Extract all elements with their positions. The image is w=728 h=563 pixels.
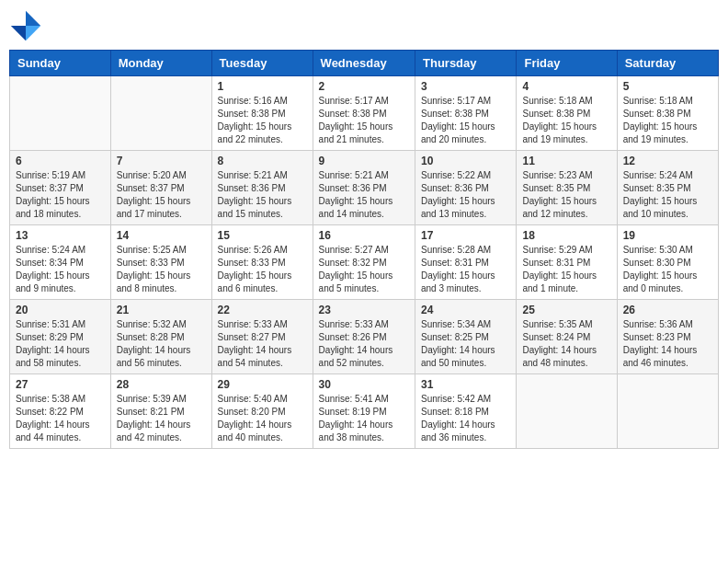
day-info: Sunrise: 5:33 AM Sunset: 8:27 PM Dayligh… <box>218 318 307 370</box>
day-number: 30 <box>319 378 409 391</box>
calendar-cell: 12Sunrise: 5:24 AM Sunset: 8:35 PM Dayli… <box>617 151 718 225</box>
calendar-cell: 6Sunrise: 5:19 AM Sunset: 8:37 PM Daylig… <box>10 151 111 225</box>
calendar-cell: 25Sunrise: 5:35 AM Sunset: 8:24 PM Dayli… <box>517 300 617 374</box>
day-info: Sunrise: 5:42 AM Sunset: 8:18 PM Dayligh… <box>421 393 510 444</box>
calendar-cell <box>110 76 211 151</box>
day-number: 6 <box>16 155 105 167</box>
day-info: Sunrise: 5:20 AM Sunset: 8:37 PM Dayligh… <box>117 169 206 221</box>
day-number: 15 <box>218 229 307 242</box>
day-number: 21 <box>117 304 206 316</box>
day-number: 28 <box>117 378 206 391</box>
calendar-cell <box>517 374 617 449</box>
calendar-cell: 9Sunrise: 5:21 AM Sunset: 8:36 PM Daylig… <box>313 151 415 225</box>
logo <box>9 9 46 42</box>
day-info: Sunrise: 5:38 AM Sunset: 8:22 PM Dayligh… <box>16 393 105 444</box>
day-info: Sunrise: 5:17 AM Sunset: 8:38 PM Dayligh… <box>421 95 510 146</box>
day-number: 25 <box>522 304 610 316</box>
calendar-cell: 7Sunrise: 5:20 AM Sunset: 8:37 PM Daylig… <box>110 151 211 225</box>
day-info: Sunrise: 5:41 AM Sunset: 8:19 PM Dayligh… <box>319 393 409 444</box>
weekday-header: Monday <box>110 51 211 76</box>
day-number: 31 <box>421 378 510 391</box>
day-number: 5 <box>623 80 712 93</box>
day-info: Sunrise: 5:33 AM Sunset: 8:26 PM Dayligh… <box>319 318 409 370</box>
day-info: Sunrise: 5:18 AM Sunset: 8:38 PM Dayligh… <box>623 95 712 146</box>
day-info: Sunrise: 5:16 AM Sunset: 8:38 PM Dayligh… <box>218 95 307 146</box>
calendar-cell: 5Sunrise: 5:18 AM Sunset: 8:38 PM Daylig… <box>617 76 718 151</box>
calendar-table: SundayMondayTuesdayWednesdayThursdayFrid… <box>9 50 719 449</box>
calendar-cell: 30Sunrise: 5:41 AM Sunset: 8:19 PM Dayli… <box>313 374 415 449</box>
day-info: Sunrise: 5:39 AM Sunset: 8:21 PM Dayligh… <box>117 393 206 444</box>
day-number: 4 <box>522 80 610 93</box>
calendar-cell: 24Sunrise: 5:34 AM Sunset: 8:25 PM Dayli… <box>415 300 517 374</box>
day-info: Sunrise: 5:36 AM Sunset: 8:23 PM Dayligh… <box>623 318 712 370</box>
day-number: 24 <box>421 304 510 316</box>
weekday-header: Friday <box>517 51 617 76</box>
day-number: 2 <box>319 80 409 93</box>
day-info: Sunrise: 5:27 AM Sunset: 8:32 PM Dayligh… <box>319 244 409 295</box>
day-number: 27 <box>16 378 105 391</box>
day-number: 1 <box>218 80 307 93</box>
day-number: 3 <box>421 80 510 93</box>
day-info: Sunrise: 5:32 AM Sunset: 8:28 PM Dayligh… <box>117 318 206 370</box>
day-info: Sunrise: 5:24 AM Sunset: 8:34 PM Dayligh… <box>16 244 105 295</box>
day-number: 19 <box>623 229 712 242</box>
calendar-cell: 4Sunrise: 5:18 AM Sunset: 8:38 PM Daylig… <box>517 76 617 151</box>
weekday-header: Thursday <box>415 51 517 76</box>
day-info: Sunrise: 5:22 AM Sunset: 8:36 PM Dayligh… <box>421 169 510 221</box>
calendar-cell: 31Sunrise: 5:42 AM Sunset: 8:18 PM Dayli… <box>415 374 517 449</box>
calendar-cell: 1Sunrise: 5:16 AM Sunset: 8:38 PM Daylig… <box>211 76 313 151</box>
day-number: 8 <box>218 155 307 167</box>
calendar-cell: 11Sunrise: 5:23 AM Sunset: 8:35 PM Dayli… <box>517 151 617 225</box>
day-info: Sunrise: 5:17 AM Sunset: 8:38 PM Dayligh… <box>319 95 409 146</box>
day-info: Sunrise: 5:29 AM Sunset: 8:31 PM Dayligh… <box>522 244 610 295</box>
calendar-cell: 23Sunrise: 5:33 AM Sunset: 8:26 PM Dayli… <box>313 300 415 374</box>
day-info: Sunrise: 5:28 AM Sunset: 8:31 PM Dayligh… <box>421 244 510 295</box>
day-info: Sunrise: 5:35 AM Sunset: 8:24 PM Dayligh… <box>522 318 610 370</box>
day-number: 17 <box>421 229 510 242</box>
calendar-cell <box>10 76 111 151</box>
weekday-header: Sunday <box>10 51 111 76</box>
day-number: 7 <box>117 155 206 167</box>
day-number: 23 <box>319 304 409 316</box>
day-number: 12 <box>623 155 712 167</box>
day-info: Sunrise: 5:23 AM Sunset: 8:35 PM Dayligh… <box>522 169 610 221</box>
calendar-cell: 10Sunrise: 5:22 AM Sunset: 8:36 PM Dayli… <box>415 151 517 225</box>
day-number: 26 <box>623 304 712 316</box>
day-number: 13 <box>16 229 105 242</box>
day-number: 9 <box>319 155 409 167</box>
svg-marker-2 <box>11 26 26 40</box>
day-number: 20 <box>16 304 105 316</box>
calendar-cell: 16Sunrise: 5:27 AM Sunset: 8:32 PM Dayli… <box>313 225 415 300</box>
calendar-cell: 3Sunrise: 5:17 AM Sunset: 8:38 PM Daylig… <box>415 76 517 151</box>
day-info: Sunrise: 5:21 AM Sunset: 8:36 PM Dayligh… <box>319 169 409 221</box>
day-number: 22 <box>218 304 307 316</box>
day-info: Sunrise: 5:21 AM Sunset: 8:36 PM Dayligh… <box>218 169 307 221</box>
day-info: Sunrise: 5:34 AM Sunset: 8:25 PM Dayligh… <box>421 318 510 370</box>
day-number: 16 <box>319 229 409 242</box>
calendar-week-row: 13Sunrise: 5:24 AM Sunset: 8:34 PM Dayli… <box>10 225 719 300</box>
calendar-cell: 26Sunrise: 5:36 AM Sunset: 8:23 PM Dayli… <box>617 300 718 374</box>
calendar-cell: 20Sunrise: 5:31 AM Sunset: 8:29 PM Dayli… <box>10 300 111 374</box>
day-info: Sunrise: 5:31 AM Sunset: 8:29 PM Dayligh… <box>16 318 105 370</box>
page-header <box>9 9 719 42</box>
weekday-header-row: SundayMondayTuesdayWednesdayThursdayFrid… <box>10 51 719 76</box>
calendar-week-row: 27Sunrise: 5:38 AM Sunset: 8:22 PM Dayli… <box>10 374 719 449</box>
day-number: 10 <box>421 155 510 167</box>
calendar-week-row: 1Sunrise: 5:16 AM Sunset: 8:38 PM Daylig… <box>10 76 719 151</box>
calendar-cell <box>617 374 718 449</box>
day-info: Sunrise: 5:25 AM Sunset: 8:33 PM Dayligh… <box>117 244 206 295</box>
weekday-header: Saturday <box>617 51 718 76</box>
calendar-cell: 21Sunrise: 5:32 AM Sunset: 8:28 PM Dayli… <box>110 300 211 374</box>
calendar-cell: 22Sunrise: 5:33 AM Sunset: 8:27 PM Dayli… <box>211 300 313 374</box>
calendar-cell: 18Sunrise: 5:29 AM Sunset: 8:31 PM Dayli… <box>517 225 617 300</box>
calendar-cell: 17Sunrise: 5:28 AM Sunset: 8:31 PM Dayli… <box>415 225 517 300</box>
day-number: 29 <box>218 378 307 391</box>
day-info: Sunrise: 5:19 AM Sunset: 8:37 PM Dayligh… <box>16 169 105 221</box>
day-info: Sunrise: 5:24 AM Sunset: 8:35 PM Dayligh… <box>623 169 712 221</box>
calendar-cell: 8Sunrise: 5:21 AM Sunset: 8:36 PM Daylig… <box>211 151 313 225</box>
weekday-header: Wednesday <box>313 51 415 76</box>
day-info: Sunrise: 5:26 AM Sunset: 8:33 PM Dayligh… <box>218 244 307 295</box>
calendar-cell: 13Sunrise: 5:24 AM Sunset: 8:34 PM Dayli… <box>10 225 111 300</box>
svg-marker-0 <box>26 11 40 26</box>
calendar-week-row: 6Sunrise: 5:19 AM Sunset: 8:37 PM Daylig… <box>10 151 719 225</box>
